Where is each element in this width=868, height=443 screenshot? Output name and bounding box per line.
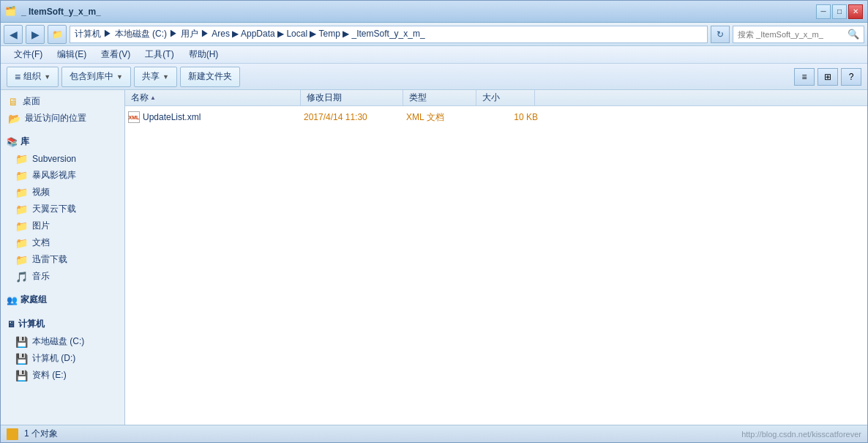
address-path-text: 计算机 ▶ 本地磁盘 (C:) ▶ 用户 ▶ Ares ▶ AppData ▶ … xyxy=(75,28,425,40)
address-path[interactable]: 计算机 ▶ 本地磁盘 (C:) ▶ 用户 ▶ Ares ▶ AppData ▶ … xyxy=(70,26,708,43)
sidebar-item-desktop[interactable]: 🖥 桌面 xyxy=(1,93,124,110)
window-icon: 🗂️ xyxy=(5,6,17,18)
sidebar-item-pictures[interactable]: 📁 图片 xyxy=(1,217,124,234)
music-icon: 🎵 xyxy=(15,271,28,283)
table-row[interactable]: XML UpdateList.xml 2017/4/14 11:30 XML 文… xyxy=(125,109,867,125)
view-panel-button[interactable]: ⊞ xyxy=(818,68,838,86)
watermark-text: http://blog.csdn.net/kisscatforever xyxy=(741,430,861,439)
title-buttons: ─ □ ✕ xyxy=(816,4,863,19)
sidebar-item-subversion[interactable]: 📁 Subversion xyxy=(1,151,124,167)
sidebar-item-drive-c[interactable]: 💾 本地磁盘 (C:) xyxy=(1,333,124,350)
sidebar-item-music[interactable]: 🎵 音乐 xyxy=(1,268,124,285)
sidebar-item-video[interactable]: 📁 视频 xyxy=(1,184,124,201)
close-button[interactable]: ✕ xyxy=(848,4,863,19)
file-name: UpdateList.xml xyxy=(143,112,201,122)
sidebar-item-drive-d[interactable]: 💾 计算机 (D:) xyxy=(1,350,124,367)
documents-icon: 📁 xyxy=(15,237,28,249)
include-button[interactable]: 包含到库中 ▼ xyxy=(61,67,131,87)
xunlei-icon: 📁 xyxy=(15,254,28,266)
pictures-icon: 📁 xyxy=(15,220,28,232)
forward-button[interactable]: ▶ xyxy=(26,25,45,44)
title-bar-left: 🗂️ _ ItemSoft_y_x_m_ xyxy=(5,6,101,18)
menu-bar: 文件(F) 编辑(E) 查看(V) 工具(T) 帮助(H) xyxy=(1,46,867,64)
organize-dropdown-icon: ▼ xyxy=(44,73,50,81)
sidebar-label-pictures: 图片 xyxy=(32,220,50,232)
col-date-label: 修改日期 xyxy=(307,92,342,104)
file-cell-name: XML UpdateList.xml xyxy=(128,111,304,123)
status-icon xyxy=(7,428,18,440)
file-list: XML UpdateList.xml 2017/4/14 11:30 XML 文… xyxy=(125,106,867,425)
sidebar-label-music: 音乐 xyxy=(32,270,50,283)
search-input[interactable] xyxy=(738,30,848,39)
sidebar-label-subversion: Subversion xyxy=(32,154,76,164)
path-display: 计算机 ▶ 本地磁盘 (C:) ▶ 用户 ▶ Ares ▶ AppData ▶ … xyxy=(75,28,425,40)
menu-tools[interactable]: 工具(T) xyxy=(138,47,181,62)
baofeng-icon: 📁 xyxy=(15,170,28,182)
computer-label: 计算机 xyxy=(18,318,45,330)
share-label: 共享 xyxy=(142,70,160,83)
view-list-button[interactable]: ≡ xyxy=(794,68,815,86)
sidebar-section-homegroup[interactable]: 👥 家庭组 xyxy=(1,291,124,309)
sidebar-label-documents: 文档 xyxy=(32,237,50,249)
new-folder-label: 新建文件夹 xyxy=(188,70,232,83)
organize-button[interactable]: ≡ 组织 ▼ xyxy=(7,67,59,87)
drive-c-icon: 💾 xyxy=(15,336,28,348)
menu-help[interactable]: 帮助(H) xyxy=(182,47,226,62)
new-folder-button[interactable]: 新建文件夹 xyxy=(180,67,240,87)
sidebar-label-baofeng: 暴风影视库 xyxy=(32,169,76,182)
maximize-button[interactable]: □ xyxy=(832,4,847,19)
computer-icon: 🖥 xyxy=(7,319,15,330)
sidebar-label-desktop: 桌面 xyxy=(23,95,40,108)
menu-view[interactable]: 查看(V) xyxy=(94,47,138,62)
include-label: 包含到库中 xyxy=(70,70,113,83)
col-header-name[interactable]: 名称 ▲ xyxy=(125,90,301,105)
toolbar: ≡ 组织 ▼ 包含到库中 ▼ 共享 ▼ 新建文件夹 ≡ ⊞ ? xyxy=(1,64,867,90)
sidebar-label-recent: 最近访问的位置 xyxy=(25,112,86,124)
file-cell-type: XML 文档 xyxy=(406,111,479,124)
file-date: 2017/4/14 11:30 xyxy=(304,112,367,122)
sidebar-item-xunlei[interactable]: 📁 迅雷下载 xyxy=(1,251,124,268)
organize-label: 组织 xyxy=(23,70,41,83)
desktop-icon: 🖥 xyxy=(8,96,18,108)
sidebar-item-documents[interactable]: 📁 文档 xyxy=(1,234,124,251)
col-header-type[interactable]: 类型 xyxy=(403,90,476,105)
sidebar-section-library[interactable]: 📚 库 xyxy=(1,133,124,151)
sidebar-item-recent[interactable]: 📂 最近访问的位置 xyxy=(1,110,124,127)
file-column-headers: 名称 ▲ 修改日期 类型 大小 xyxy=(125,90,867,106)
up-button[interactable]: 📁 xyxy=(48,25,67,44)
sidebar-item-drive-e[interactable]: 💾 资料 (E:) xyxy=(1,367,124,384)
toolbar-right: ≡ ⊞ ? xyxy=(794,68,861,86)
sidebar-section-computer[interactable]: 🖥 计算机 xyxy=(1,315,124,333)
library-section-icon: 📚 xyxy=(7,137,18,147)
sidebar-item-baofeng[interactable]: 📁 暴风影视库 xyxy=(1,167,124,184)
homegroup-label: 家庭组 xyxy=(20,294,47,306)
back-button[interactable]: ◀ xyxy=(4,25,23,44)
sidebar-item-tianyi[interactable]: 📁 天翼云下载 xyxy=(1,201,124,217)
address-bar: ◀ ▶ 📁 计算机 ▶ 本地磁盘 (C:) ▶ 用户 ▶ Ares ▶ AppD… xyxy=(1,23,867,46)
col-type-label: 类型 xyxy=(409,92,427,104)
share-dropdown-icon: ▼ xyxy=(162,73,169,81)
sidebar-label-drive-d: 计算机 (D:) xyxy=(32,352,75,365)
help-button[interactable]: ? xyxy=(841,68,861,86)
include-dropdown-icon: ▼ xyxy=(116,73,123,81)
col-header-size[interactable]: 大小 xyxy=(476,90,535,105)
file-area: 名称 ▲ 修改日期 类型 大小 XML UpdateList xyxy=(125,90,867,425)
status-bar: 1 个对象 http://blog.csdn.net/kisscatforeve… xyxy=(1,425,867,442)
library-section-label: 库 xyxy=(20,135,29,148)
sidebar-label-drive-c: 本地磁盘 (C:) xyxy=(32,335,84,348)
sidebar-label-video: 视频 xyxy=(32,186,50,198)
menu-file[interactable]: 文件(F) xyxy=(7,47,50,62)
sidebar: 🖥 桌面 📂 最近访问的位置 📚 库 📁 Subversion 📁 暴风影视库 xyxy=(1,90,125,425)
drive-e-icon: 💾 xyxy=(15,370,28,381)
title-bar: 🗂️ _ ItemSoft_y_x_m_ ─ □ ✕ xyxy=(1,1,867,23)
window-title: _ ItemSoft_y_x_m_ xyxy=(21,7,101,17)
file-type: XML 文档 xyxy=(406,111,444,124)
share-button[interactable]: 共享 ▼ xyxy=(134,67,177,87)
xml-file-icon: XML xyxy=(128,111,140,123)
minimize-button[interactable]: ─ xyxy=(816,4,831,19)
col-header-date[interactable]: 修改日期 xyxy=(301,90,403,105)
refresh-button[interactable]: ↻ xyxy=(711,26,730,43)
organize-icon: ≡ xyxy=(15,71,20,83)
menu-edit[interactable]: 编辑(E) xyxy=(50,47,94,62)
search-box: 🔍 xyxy=(733,26,864,43)
